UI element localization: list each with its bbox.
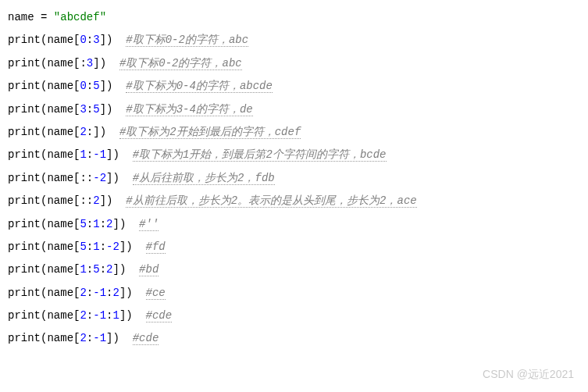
colon: : <box>100 218 106 230</box>
number-literal: -1 <box>93 148 106 161</box>
colon: : <box>87 194 93 207</box>
colon: : <box>87 34 93 46</box>
identifier: name <box>47 194 73 207</box>
identifier: name <box>47 241 73 253</box>
fn-call: print <box>8 80 41 92</box>
colon: : <box>87 309 93 322</box>
comment: #取下标为0-4的字符，abcde <box>126 80 273 93</box>
code-block: name = "abcdef"print(name[0:3]) #取下标0-2的… <box>8 6 580 351</box>
string-literal: "abcdef" <box>54 11 106 23</box>
fn-call: print <box>8 148 41 161</box>
number-literal: 3 <box>80 103 86 116</box>
space <box>119 172 133 184</box>
space <box>119 148 133 161</box>
code-line-print: print(name[5:1:2]) #'' <box>8 213 580 236</box>
colon: : <box>87 103 93 116</box>
code-line-print: print(name[:3]) #取下标0-2的字符，abc <box>8 52 580 75</box>
number-literal: 2 <box>80 126 86 138</box>
space <box>112 103 126 116</box>
code-line-print: print(name[2:-1]) #cde <box>8 327 580 350</box>
number-literal: 0 <box>80 34 86 46</box>
comment: #取下标0-2的字符，abc <box>119 57 242 70</box>
identifier: name <box>47 57 73 69</box>
colon: : <box>87 126 93 138</box>
paren-close: ) <box>100 57 106 69</box>
identifier: name <box>47 309 73 322</box>
comment: #取下标为3-4的字符，de <box>126 103 252 116</box>
comment: #'' <box>139 218 159 231</box>
number-literal: 2 <box>80 287 86 299</box>
colon: : <box>87 332 93 344</box>
code-line-print: print(name[2:]) #取下标为2开始到最后的字符，cdef <box>8 121 580 144</box>
code-line-print: print(name[3:5]) #取下标为3-4的字符，de <box>8 98 580 121</box>
number-literal: 2 <box>80 332 86 344</box>
number-literal: 5 <box>80 241 86 253</box>
space <box>133 309 146 322</box>
bracket-close: ] <box>100 194 106 207</box>
space <box>126 263 139 276</box>
identifier: name <box>47 287 73 299</box>
fn-call: print <box>8 126 41 138</box>
number-literal: 0 <box>80 80 86 92</box>
identifier: name <box>47 34 73 46</box>
code-line-print: print(name[2:-1:2]) #ce <box>8 282 580 305</box>
fn-call: print <box>8 194 41 207</box>
colon: : <box>80 57 86 69</box>
paren-close: ) <box>112 172 119 184</box>
space <box>112 34 126 46</box>
colon: : <box>87 80 93 92</box>
space <box>133 241 146 253</box>
paren-close: ) <box>126 241 132 253</box>
fn-call: print <box>8 287 41 299</box>
bracket-close: ] <box>93 57 99 69</box>
comment: #取下标为1开始，到最后第2个字符间的字符，bcde <box>133 148 387 162</box>
bracket-close: ] <box>100 80 106 92</box>
fn-call: print <box>8 309 41 322</box>
comment: #cde <box>146 309 173 323</box>
code-line-assign: name = "abcdef" <box>8 6 580 29</box>
space <box>119 332 133 344</box>
number-literal: 5 <box>93 263 99 276</box>
number-literal: 1 <box>93 218 99 230</box>
identifier: name <box>47 218 73 230</box>
comment: #ce <box>146 287 166 300</box>
space <box>112 194 126 207</box>
identifier: name <box>47 126 73 138</box>
comment: #从前往后取，步长为2。表示的是从头到尾，步长为2，ace <box>126 194 416 208</box>
number-literal: -2 <box>93 172 106 184</box>
comment: #取下标0-2的字符，abc <box>126 34 248 47</box>
number-literal: 3 <box>93 34 99 46</box>
number-literal: -1 <box>93 309 106 322</box>
fn-call: print <box>8 218 41 230</box>
space <box>106 57 119 69</box>
comment: #fd <box>146 241 166 254</box>
bracket-close: ] <box>112 263 119 276</box>
colon: : <box>87 263 93 276</box>
number-literal: 1 <box>112 309 119 322</box>
bracket-close: ] <box>100 34 106 46</box>
fn-call: print <box>8 241 41 253</box>
identifier: name <box>47 148 73 161</box>
colon: : <box>100 263 106 276</box>
code-line-print: print(name[1:5:2]) #bd <box>8 258 580 281</box>
number-literal: 2 <box>93 194 99 207</box>
colon: : <box>87 241 93 253</box>
space <box>126 218 139 230</box>
fn-call: print <box>8 332 41 344</box>
code-line-print: print(name[5:1:-2]) #fd <box>8 236 580 258</box>
number-literal: 2 <box>80 309 86 322</box>
code-line-print: print(name[1:-1]) #取下标为1开始，到最后第2个字符间的字符，… <box>8 144 580 166</box>
colon: : <box>87 148 93 161</box>
number-literal: 5 <box>80 218 86 230</box>
paren-close: ) <box>100 126 106 138</box>
number-literal: 2 <box>112 287 119 299</box>
comment: #cde <box>133 332 159 345</box>
bracket-close: ] <box>100 103 106 116</box>
space <box>106 126 119 138</box>
fn-call: print <box>8 57 41 69</box>
identifier: name <box>47 80 73 92</box>
colon: : <box>100 241 106 253</box>
colon: : <box>87 287 93 299</box>
colon: : <box>80 194 86 207</box>
code-line-print: print(name[2:-1:1]) #cde <box>8 305 580 327</box>
